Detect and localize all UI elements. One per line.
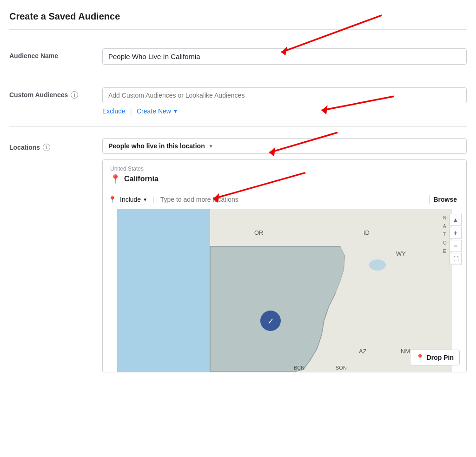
map-fullscreen-button[interactable]: ⛶	[450, 253, 462, 265]
drop-pin-button[interactable]: 📍 Drop Pin	[410, 350, 460, 365]
include-chevron-icon: ▼	[143, 197, 147, 202]
map-svg: OR ID WY UT AZ NM	[103, 209, 466, 372]
svg-text:✓: ✓	[267, 317, 274, 326]
create-new-button[interactable]: Create New ▼	[137, 107, 178, 115]
svg-text:BCN: BCN	[294, 365, 304, 371]
browse-button[interactable]: Browse	[429, 195, 461, 204]
svg-text:WY: WY	[396, 250, 406, 257]
location-type-label: People who live in this location	[108, 142, 205, 150]
location-country: United States	[110, 166, 459, 172]
locations-content: People who live in this location ▼ Unite…	[102, 138, 467, 372]
map-controls: ▲ + − ⛶	[450, 214, 462, 265]
location-search-input[interactable]	[160, 196, 426, 203]
search-divider: |	[153, 196, 155, 203]
map-zoom-out-button[interactable]: −	[450, 240, 462, 252]
divider: |	[130, 107, 132, 115]
svg-text:SON: SON	[336, 365, 347, 371]
audience-name-section: Audience Name	[9, 37, 467, 76]
page-title: Create a Saved Audience	[9, 11, 467, 30]
location-city: 📍 California	[110, 174, 459, 184]
svg-point-19	[369, 259, 386, 271]
custom-audiences-info-icon[interactable]: i	[71, 91, 78, 99]
custom-audiences-content: Exclude | Create New ▼	[102, 87, 467, 115]
page-wrapper: Create a Saved Audience Audience Name Cu…	[0, 0, 476, 395]
custom-audiences-section: Custom Audiences i Exclude | Create New …	[9, 76, 467, 127]
map-zoom-in-button[interactable]: +	[450, 227, 462, 239]
audience-name-content	[102, 48, 467, 65]
drop-pin-icon: 📍	[416, 354, 424, 361]
location-pin-small-icon: 📍	[108, 196, 116, 203]
chevron-down-icon: ▼	[173, 108, 178, 114]
audience-name-label: Audience Name	[9, 48, 102, 60]
svg-text:AZ: AZ	[359, 348, 367, 355]
svg-rect-10	[210, 209, 340, 246]
locations-info-icon[interactable]: i	[43, 144, 50, 151]
map-container: OR ID WY UT AZ NM	[103, 209, 466, 372]
location-type-dropdown[interactable]: People who live in this location ▼	[102, 138, 467, 154]
location-selected-area: United States 📍 California	[103, 160, 466, 190]
locations-label: Locations i	[9, 138, 102, 151]
locations-section: Locations i People who live in this loca…	[9, 127, 467, 384]
svg-text:OR: OR	[254, 229, 264, 236]
location-box: United States 📍 California 📍 Include ▼ |	[102, 159, 467, 372]
map-labels: NI A T O E	[443, 214, 448, 256]
svg-text:NM: NM	[401, 348, 410, 355]
location-pin-icon: 📍	[110, 174, 120, 184]
chevron-down-icon: ▼	[209, 144, 213, 149]
map-pan-up-button[interactable]: ▲	[450, 214, 462, 226]
svg-text:ID: ID	[364, 229, 370, 236]
custom-audiences-label: Custom Audiences i	[9, 87, 102, 99]
custom-audiences-input[interactable]	[102, 87, 467, 103]
custom-audiences-links: Exclude | Create New ▼	[102, 107, 467, 115]
location-search-bar: 📍 Include ▼ | Browse	[103, 190, 466, 209]
include-dropdown[interactable]: Include ▼	[120, 196, 147, 203]
audience-name-input[interactable]	[102, 48, 467, 65]
exclude-button[interactable]: Exclude	[102, 107, 126, 115]
